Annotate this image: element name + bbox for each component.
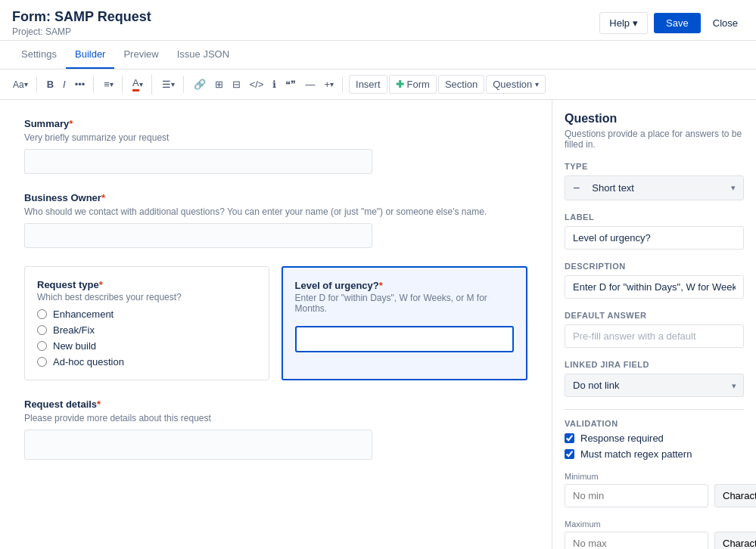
chevron-down-icon: ▾ (633, 17, 638, 29)
radio-new-build[interactable]: New build (37, 340, 257, 352)
close-button[interactable]: Close (707, 13, 744, 33)
request-details-hint: Please provide more details about this r… (24, 413, 527, 423)
code-button[interactable]: </> (246, 76, 268, 93)
tab-bar: Settings Builder Preview Issue JSON (0, 41, 756, 70)
label-label: LABEL (565, 212, 744, 222)
bold-button[interactable]: B (43, 76, 58, 93)
color-button[interactable]: A▾ (129, 74, 147, 95)
minimum-input[interactable] (565, 484, 708, 507)
page-title: Form: SAMP Request (12, 9, 151, 25)
insert-group: 🔗 ⊞ ⊟ </> ℹ ❝❞ — +▾ (190, 76, 343, 93)
urgency-card: Level of urgency?* Enter D for "within D… (282, 266, 528, 380)
two-col-section: Request type* Which best describes your … (24, 266, 527, 380)
summary-hint: Very briefly summarize your request (24, 132, 527, 143)
default-answer-section: DEFAULT ANSWER (565, 311, 744, 348)
radio-ad-hoc[interactable]: Ad-hoc question (37, 356, 257, 368)
header-right: Help ▾ Save Close (599, 12, 744, 34)
header-left: Form: SAMP Request Project: SAMP (12, 9, 151, 37)
summary-input[interactable] (24, 149, 372, 174)
chevron-down-icon: ▾ (24, 80, 28, 88)
business-owner-input[interactable] (24, 223, 372, 248)
linked-jira-label: LINKED JIRA FIELD (565, 360, 744, 369)
maximum-row: Characters (565, 532, 744, 549)
radio-break-fix[interactable]: Break/Fix (37, 324, 257, 336)
tab-settings[interactable]: Settings (12, 41, 66, 69)
tab-builder[interactable]: Builder (66, 41, 114, 69)
business-owner-field: Business Owner* Who should we contact wi… (24, 192, 527, 248)
editor-area: Summary* Very briefly summarize your req… (0, 100, 552, 549)
business-owner-label: Business Owner* (24, 192, 527, 203)
italic-button[interactable]: I (59, 76, 70, 93)
help-button[interactable]: Help ▾ (599, 12, 648, 34)
save-button[interactable]: Save (654, 13, 701, 33)
type-select-row[interactable]: − Short text ▾ (565, 175, 744, 200)
urgency-label: Level of urgency?* (295, 280, 515, 291)
more-format-button[interactable]: ••• (71, 76, 89, 93)
align-group: ≡▾ (100, 76, 123, 93)
maximum-input[interactable] (565, 532, 708, 549)
must-match-regex-checkbox[interactable]: Must match regex pattern (565, 448, 744, 460)
align-button[interactable]: ≡▾ (100, 76, 117, 93)
default-answer-label: DEFAULT ANSWER (565, 311, 744, 320)
plus-icon: ✚ (396, 79, 404, 90)
maximum-label: Maximum (565, 520, 744, 529)
type-section: TYPE − Short text ▾ (565, 162, 744, 200)
linked-jira-section: LINKED JIRA FIELD Do not link (565, 360, 744, 397)
panel-subtitle: Questions provide a place for answers to… (565, 129, 744, 150)
label-input[interactable] (565, 226, 744, 250)
type-value: Short text (586, 178, 725, 198)
section-button[interactable]: Section (438, 75, 484, 94)
request-details-label: Request details* (24, 399, 527, 410)
question-button[interactable]: Question ▾ (486, 75, 546, 94)
maximum-unit-select[interactable]: Characters (714, 532, 756, 549)
plus-button[interactable]: +▾ (320, 76, 338, 93)
label-section: LABEL (565, 212, 744, 250)
validation-section: VALIDATION Response required Must match … (565, 419, 744, 460)
form-button[interactable]: ✚ Form (389, 75, 437, 94)
default-answer-input[interactable] (565, 324, 744, 348)
tab-preview[interactable]: Preview (114, 41, 167, 69)
minimum-label: Minimum (565, 472, 744, 481)
checkbox-group: Response required Must match regex patte… (565, 433, 744, 460)
info-button[interactable]: ℹ (269, 76, 280, 93)
linked-jira-select-wrapper: Do not link (565, 374, 744, 397)
right-panel: Question Questions provide a place for a… (552, 100, 756, 549)
summary-label: Summary* (24, 118, 527, 129)
description-input[interactable] (565, 275, 744, 299)
linked-jira-select[interactable]: Do not link (565, 374, 744, 397)
panel-divider (565, 409, 744, 410)
radio-enhancement[interactable]: Enhancement (37, 309, 257, 320)
insert-button[interactable]: Insert (349, 75, 387, 94)
type-label: TYPE (565, 162, 744, 171)
list-button[interactable]: ☰▾ (158, 76, 179, 93)
font-size-group: Aa▾ (9, 76, 37, 93)
required-marker: * (379, 280, 383, 291)
divider-button[interactable]: — (301, 76, 319, 93)
maximum-section: Maximum Characters (565, 520, 744, 549)
urgency-input[interactable] (295, 326, 515, 352)
minimum-unit-select[interactable]: Characters (714, 484, 756, 507)
summary-field: Summary* Very briefly summarize your req… (24, 118, 527, 174)
project-label: Project: SAMP (12, 26, 151, 37)
layout-button[interactable]: ⊟ (229, 76, 244, 93)
response-required-checkbox[interactable]: Response required (565, 433, 744, 444)
link-button[interactable]: 🔗 (190, 76, 210, 93)
main-layout: Summary* Very briefly summarize your req… (0, 100, 756, 549)
tab-issue-json[interactable]: Issue JSON (168, 41, 238, 69)
validation-label: VALIDATION (565, 419, 744, 428)
description-section: DESCRIPTION (565, 262, 744, 299)
request-type-hint: Which best describes your request? (37, 292, 257, 302)
type-minus-button[interactable]: − (567, 178, 586, 198)
panel-title: Question (565, 112, 744, 126)
action-group: Insert ✚ Form Section Question ▾ (349, 75, 550, 94)
font-size-button[interactable]: Aa▾ (9, 76, 32, 93)
required-marker: * (69, 118, 73, 129)
table-button[interactable]: ⊞ (211, 76, 227, 93)
quote-button[interactable]: ❝❞ (282, 76, 300, 93)
request-details-input[interactable] (24, 430, 372, 460)
request-details-field: Request details* Please provide more det… (24, 399, 527, 460)
text-format-group: B I ••• (43, 76, 95, 93)
urgency-hint: Enter D for "within Days", W for Weeks, … (295, 293, 515, 314)
required-marker: * (97, 399, 101, 410)
description-label: DESCRIPTION (565, 262, 744, 271)
